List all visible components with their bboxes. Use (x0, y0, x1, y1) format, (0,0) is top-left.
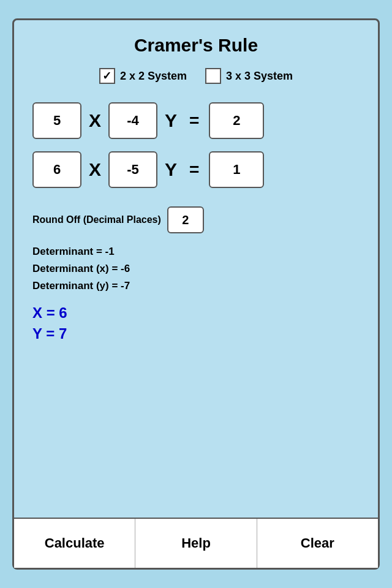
checkbox-2x2-label[interactable]: ✓ 2 x 2 System (99, 68, 187, 84)
checkbox-2x2[interactable]: ✓ (99, 68, 115, 84)
round-off-row: Round Off (Decimal Places) (14, 206, 378, 233)
eq1-coeff-x[interactable] (32, 102, 81, 139)
results-area: Determinant = -1 Determinant (x) = -6 De… (14, 246, 378, 292)
clear-button[interactable]: Clear (257, 519, 378, 568)
determinant-x-result: Determinant (x) = -6 (32, 263, 360, 275)
eq1-rhs[interactable] (209, 102, 264, 139)
app-title: Cramer's Rule (134, 35, 258, 56)
round-off-input[interactable] (167, 206, 204, 233)
eq1-var-y: Y (165, 110, 177, 131)
round-off-label: Round Off (Decimal Places) (32, 214, 161, 225)
solution-area: X = 6 Y = 7 (14, 304, 378, 342)
solution-y: Y = 7 (32, 325, 360, 342)
determinant-result: Determinant = -1 (32, 246, 360, 258)
eq2-rhs[interactable] (209, 151, 264, 188)
eq2-coeff-x[interactable] (32, 151, 81, 188)
equations-area: X Y = X Y = (14, 102, 378, 188)
checkbox-3x3[interactable] (205, 68, 221, 84)
eq2-var-y: Y (165, 159, 177, 180)
bottom-buttons: Calculate Help Clear (14, 518, 378, 568)
eq1-var-x: X (89, 110, 101, 131)
label-2x2: 2 x 2 System (120, 70, 187, 83)
equation-row-1: X Y = (32, 102, 360, 139)
solution-x: X = 6 (32, 304, 360, 322)
help-button[interactable]: Help (135, 519, 257, 568)
determinant-y-result: Determinant (y) = -7 (32, 280, 360, 292)
eq2-coeff-y[interactable] (108, 151, 157, 188)
eq2-equals: = (189, 160, 199, 179)
eq1-equals: = (189, 111, 199, 130)
equation-row-2: X Y = (32, 151, 360, 188)
app-container: Cramer's Rule ✓ 2 x 2 System 3 x 3 Syste… (12, 18, 380, 570)
calculate-button[interactable]: Calculate (14, 519, 135, 568)
eq1-coeff-y[interactable] (108, 102, 157, 139)
checkbox-3x3-label[interactable]: 3 x 3 System (205, 68, 293, 84)
label-3x3: 3 x 3 System (226, 70, 293, 83)
system-selector: ✓ 2 x 2 System 3 x 3 System (99, 68, 293, 84)
eq2-var-x: X (89, 159, 101, 180)
